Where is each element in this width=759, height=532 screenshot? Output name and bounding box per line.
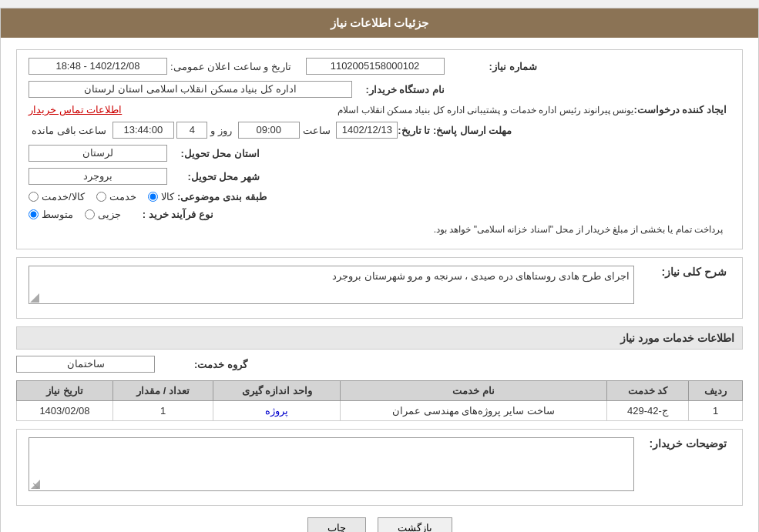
cell-row: 1	[689, 401, 743, 421]
category-option-kala[interactable]: کالا	[148, 191, 174, 202]
cell-qty: 1	[113, 401, 213, 421]
category-radio-kala[interactable]	[148, 192, 158, 202]
contact-link[interactable]: اطلاعات تماس خریدار	[29, 104, 122, 115]
cell-name: ساخت سایر پروژه‌های مهندسی عمران	[340, 401, 606, 421]
announcement-value: 1402/12/08 - 18:48	[29, 58, 167, 75]
deadline-remaining-label: ساعت باقی مانده	[32, 125, 106, 136]
services-section-title: اطلاعات خدمات مورد نیاز	[16, 326, 743, 350]
purchase-radio-jozii[interactable]	[85, 209, 95, 219]
org-name-label: نام دستگاه خریدار:	[352, 84, 445, 95]
purchase-type-label: نوع فرآیند خرید :	[121, 209, 213, 220]
description-section: شرح کلی نیاز: اجرای طرح هادی روستاهای در…	[16, 257, 743, 319]
description-value: اجرای طرح هادی روستاهای دره صیدی ، سرنجه…	[29, 266, 634, 304]
col-header-date: تاریخ نیاز	[17, 381, 113, 401]
group-value: ساختمان	[16, 356, 155, 373]
deadline-remaining: 13:44:00	[113, 122, 174, 139]
deadline-time: 09:00	[238, 122, 300, 139]
remarks-value[interactable]: ↘	[29, 437, 634, 491]
col-header-qty: تعداد / مقدار	[113, 381, 213, 401]
col-header-unit: واحد اندازه گیری	[213, 381, 341, 401]
cell-unit: پروژه	[213, 401, 341, 421]
category-option-khedmat[interactable]: خدمت	[96, 191, 136, 202]
group-label: گروه خدمت:	[155, 359, 247, 370]
deadline-days-label: روز و	[210, 125, 232, 136]
deadline-time-label: ساعت	[303, 125, 331, 136]
category-option-kala-khedmat[interactable]: کالا/خدمت	[29, 191, 85, 202]
need-number-label: شماره نیاز:	[445, 61, 537, 72]
category-radio-group: کالا/خدمت خدمت کالا	[29, 191, 174, 202]
purchase-note: پرداخت تمام یا بخشی از مبلغ خریدار از مح…	[434, 224, 723, 235]
category-radio-kala-khedmat[interactable]	[29, 192, 39, 202]
category-radio-khedmat[interactable]	[96, 192, 106, 202]
purchase-option-motavaset[interactable]: متوسط	[29, 209, 73, 220]
table-row: 1 ج-42-429 ساخت سایر پروژه‌های مهندسی عم…	[17, 401, 743, 421]
remarks-label: توضیحات خریدار:	[634, 437, 727, 450]
button-row: بازگشت چاپ	[16, 517, 743, 532]
cell-date: 1403/02/08	[17, 401, 113, 421]
col-header-row: ردیف	[689, 381, 743, 401]
province-value: لرستان	[29, 145, 167, 162]
cell-code: ج-42-429	[606, 401, 688, 421]
city-value: بروجرد	[29, 168, 167, 185]
creator-value: یونس پیرانوند رئیس اداره خدمات و پشتیبان…	[125, 105, 634, 115]
col-header-name: نام خدمت	[340, 381, 606, 401]
org-name-value: اداره کل بنیاد مسکن انقلاب اسلامی استان …	[29, 81, 352, 98]
deadline-date: 1402/12/13	[336, 122, 398, 139]
col-header-code: کد خدمت	[606, 381, 688, 401]
resize-handle	[30, 293, 39, 303]
deadline-days: 4	[176, 122, 207, 139]
purchase-type-radio-group: متوسط جزیی	[29, 209, 121, 220]
services-table: ردیف کد خدمت نام خدمت واحد اندازه گیری ت…	[16, 380, 743, 421]
purchase-radio-motavaset[interactable]	[29, 209, 39, 219]
remarks-section: توضیحات خریدار: ↘	[16, 429, 743, 506]
province-label: استان محل تحویل:	[167, 148, 260, 159]
description-label: شرح کلی نیاز:	[634, 266, 727, 278]
page-title: جزئیات اطلاعات نیاز	[1, 8, 758, 38]
purchase-option-jozii[interactable]: جزیی	[85, 209, 121, 220]
resize-handle-remarks: ↘	[31, 480, 40, 489]
city-label: شهر محل تحویل:	[167, 171, 260, 182]
creator-label: ایجاد کننده درخواست:	[633, 104, 727, 115]
deadline-label: مهلت ارسال پاسخ: تا تاریخ:	[398, 125, 512, 136]
category-label: طبقه بندی موضوعی:	[174, 191, 267, 202]
need-number-value: 1102005158000102	[306, 58, 445, 75]
back-button[interactable]: بازگشت	[378, 517, 452, 532]
announcement-label: تاریخ و ساعت اعلان عمومی:	[170, 61, 291, 72]
print-button[interactable]: چاپ	[307, 517, 366, 532]
